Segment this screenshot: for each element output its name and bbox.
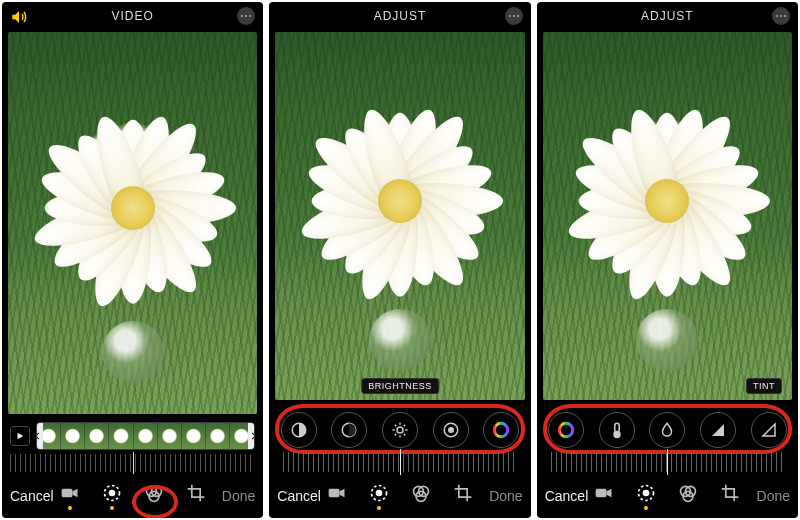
screen-title: VIDEO: [111, 9, 153, 23]
svg-point-11: [495, 423, 509, 437]
cancel-button[interactable]: Cancel: [277, 488, 321, 504]
timeline-frame: [158, 423, 182, 449]
done-button[interactable]: Done: [489, 488, 522, 504]
svg-point-10: [448, 427, 454, 433]
svg-rect-21: [596, 488, 607, 496]
video-scrubber: [2, 418, 263, 474]
crop-mode[interactable]: [453, 483, 473, 510]
more-button[interactable]: [237, 7, 255, 25]
vase-illustration: [102, 321, 164, 383]
timeline-frame: [182, 423, 206, 449]
crop-mode[interactable]: [186, 483, 206, 510]
media-preview[interactable]: [8, 32, 257, 414]
svg-point-23: [644, 490, 649, 495]
timeline-frame: [134, 423, 158, 449]
cancel-button[interactable]: Cancel: [545, 488, 589, 504]
svg-point-20: [614, 432, 620, 438]
editor-screen-adjust-brightness: ADJUST BRIGHTNESS Cancel Done: [269, 2, 530, 518]
crop-mode[interactable]: [720, 483, 740, 510]
media-preview[interactable]: BRIGHTNESS: [275, 32, 524, 400]
blackpoint-tool[interactable]: [433, 412, 469, 448]
timeline-frame: [61, 423, 85, 449]
timeline-frame: [85, 423, 109, 449]
edit-mode-tabs: [327, 483, 473, 510]
adjust-tool-row[interactable]: [541, 410, 794, 450]
done-button[interactable]: Done: [757, 488, 790, 504]
svg-rect-12: [329, 488, 340, 496]
screen-title: ADJUST: [641, 9, 694, 23]
svg-point-18: [559, 423, 573, 437]
filters-mode[interactable]: [411, 483, 431, 510]
editor-screen-adjust-tint: ADJUST TINT Cancel Done: [537, 2, 798, 518]
flower-illustration: [33, 108, 233, 308]
edit-mode-tabs: [594, 483, 740, 510]
saturation-tool[interactable]: [483, 412, 519, 448]
filters-mode[interactable]: [678, 483, 698, 510]
trim-start-handle[interactable]: [36, 422, 43, 450]
more-button[interactable]: [505, 7, 523, 25]
adjust-chip: BRIGHTNESS: [361, 378, 439, 394]
exposure-tool[interactable]: [281, 412, 317, 448]
flower-illustration: [300, 101, 500, 301]
vase-illustration: [636, 309, 698, 371]
sharpness-tool[interactable]: [700, 412, 736, 448]
adjust-mode[interactable]: [369, 483, 389, 510]
screen-title: ADJUST: [374, 9, 427, 23]
warmth-tool[interactable]: [599, 412, 635, 448]
saturation-tool[interactable]: [548, 412, 584, 448]
fine-scrubber[interactable]: [10, 454, 255, 472]
timeline-frame: [109, 423, 133, 449]
more-button[interactable]: [772, 7, 790, 25]
svg-point-14: [376, 490, 381, 495]
play-button[interactable]: [10, 426, 30, 446]
adjust-mode[interactable]: [102, 483, 122, 510]
editor-screen-video: VIDEO Cancel Done: [2, 2, 263, 518]
flower-illustration: [567, 101, 767, 301]
tint-tool[interactable]: [649, 412, 685, 448]
filters-mode[interactable]: [144, 483, 164, 510]
video-mode[interactable]: [327, 483, 347, 510]
adjust-slider[interactable]: [283, 452, 516, 472]
speaker-icon[interactable]: [10, 8, 28, 30]
timeline[interactable]: [36, 422, 255, 450]
edit-mode-tabs: [60, 483, 206, 510]
trim-end-handle[interactable]: [248, 422, 255, 450]
video-mode[interactable]: [594, 483, 614, 510]
done-button[interactable]: Done: [222, 488, 255, 504]
brightness-tool[interactable]: [382, 412, 418, 448]
adjust-tool-row[interactable]: [273, 410, 526, 450]
svg-rect-0: [61, 488, 72, 496]
highlights-tool[interactable]: [331, 412, 367, 448]
timeline-frame: [206, 423, 230, 449]
media-preview[interactable]: TINT: [543, 32, 792, 400]
adjust-chip: TINT: [746, 378, 782, 394]
video-mode[interactable]: [60, 483, 80, 510]
svg-point-2: [109, 490, 114, 495]
adjust-mode[interactable]: [636, 483, 656, 510]
cancel-button[interactable]: Cancel: [10, 488, 54, 504]
definition-tool[interactable]: [751, 412, 787, 448]
svg-point-8: [397, 427, 403, 433]
adjust-slider[interactable]: [551, 452, 784, 472]
vase-illustration: [369, 309, 431, 371]
